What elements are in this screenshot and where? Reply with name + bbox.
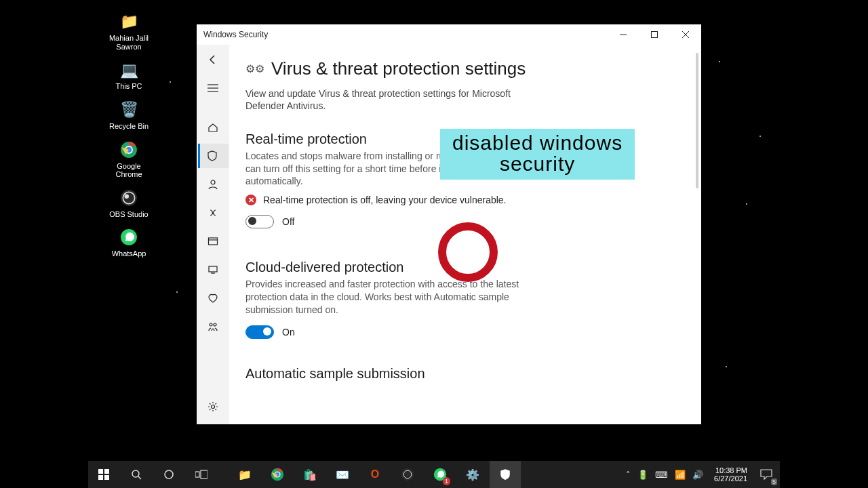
- nav-settings-icon[interactable]: [199, 394, 226, 419]
- svg-point-35: [401, 468, 414, 481]
- office-button[interactable]: O: [359, 461, 391, 488]
- svg-rect-23: [98, 469, 103, 474]
- desktop-icon-label: Google Chrome: [115, 162, 142, 179]
- cortana-button[interactable]: [153, 461, 184, 488]
- menu-button[interactable]: [199, 76, 226, 100]
- ms-store-button[interactable]: 🛍️: [294, 461, 326, 488]
- file-explorer-button[interactable]: 📁: [229, 461, 260, 488]
- svg-rect-30: [195, 472, 199, 477]
- folder-icon: 📁: [117, 9, 141, 34]
- desktop-icon-this-pc[interactable]: 💻 This PC: [98, 58, 159, 91]
- svg-rect-24: [104, 469, 109, 474]
- this-pc-icon: 💻: [117, 58, 141, 82]
- tray-wifi-icon[interactable]: 📶: [675, 470, 686, 480]
- chrome-taskbar-button[interactable]: [262, 461, 293, 488]
- settings-taskbar-button[interactable]: ⚙️: [457, 461, 488, 488]
- tray-volume-icon[interactable]: 🔊: [692, 470, 703, 480]
- desktop-icon-label: OBS Studio: [109, 210, 148, 219]
- svg-rect-26: [104, 475, 109, 480]
- svg-rect-18: [209, 266, 217, 272]
- whatsapp-icon: [117, 225, 141, 249]
- start-button[interactable]: [88, 461, 119, 488]
- page-description: View and update Virus & threat protectio…: [245, 87, 530, 113]
- realtime-warning-text: Real-time protection is off, leaving you…: [263, 195, 506, 205]
- desktop-icon-recycle-bin[interactable]: 🗑️ Recycle Bin: [98, 98, 159, 131]
- desktop-icon-label: WhatsApp: [112, 249, 146, 258]
- nav-sidebar: [197, 45, 229, 424]
- obs-icon: [117, 186, 141, 210]
- svg-point-5: [125, 194, 130, 199]
- nav-firewall-icon[interactable]: [199, 201, 226, 225]
- windows-security-taskbar-button[interactable]: [490, 461, 521, 488]
- desktop-icon-whatsapp[interactable]: WhatsApp: [98, 225, 159, 258]
- banner-line1: disabled windows: [452, 131, 623, 154]
- nav-app-browser-icon[interactable]: [199, 229, 226, 253]
- desktop-icon-label: This PC: [115, 82, 142, 91]
- nav-device-security-icon[interactable]: [199, 258, 226, 282]
- svg-point-20: [210, 323, 212, 326]
- desktop-icons: 📁 Mahian Jalil Sawron 💻 This PC 🗑️ Recyc…: [98, 9, 159, 258]
- maximize-button[interactable]: [639, 24, 670, 45]
- realtime-warning: ✕ Real-time protection is off, leaving y…: [245, 195, 685, 205]
- svg-point-14: [211, 180, 215, 184]
- svg-rect-25: [98, 475, 103, 480]
- clock-date: 6/27/2021: [714, 474, 747, 483]
- desktop-icon-google-chrome[interactable]: Google Chrome: [98, 138, 159, 179]
- svg-point-29: [165, 470, 173, 479]
- taskbar: 📁 🛍️ ✉️ O 1 ⚙️ ˄ 🔋 ⌨ 📶 🔊: [88, 461, 780, 488]
- svg-point-22: [212, 405, 215, 409]
- titlebar[interactable]: Windows Security: [197, 24, 701, 45]
- tray-battery-icon[interactable]: 🔋: [637, 470, 648, 480]
- svg-rect-31: [201, 470, 208, 479]
- content-area: ⚙⚙ Virus & threat protection settings Vi…: [229, 45, 701, 424]
- svg-point-27: [132, 470, 139, 477]
- cloud-description: Provides increased and faster protection…: [245, 278, 557, 316]
- autosample-heading: Automatic sample submission: [245, 366, 685, 382]
- desktop-icon-label: Recycle Bin: [109, 122, 149, 131]
- realtime-toggle-state: Off: [282, 216, 294, 227]
- nav-home-icon[interactable]: [199, 115, 226, 140]
- whatsapp-taskbar-button[interactable]: 1: [425, 461, 456, 488]
- recycle-bin-icon: 🗑️: [117, 98, 141, 122]
- cloud-toggle[interactable]: [245, 325, 274, 339]
- annotation-banner: disabled windows security: [440, 129, 635, 180]
- svg-rect-16: [209, 238, 218, 245]
- whatsapp-badge: 1: [443, 477, 450, 485]
- tray-keyboard-icon[interactable]: ⌨: [655, 470, 668, 480]
- close-button[interactable]: [670, 24, 701, 45]
- action-center-button[interactable]: 5: [753, 461, 780, 488]
- system-tray[interactable]: ˄ 🔋 ⌨ 📶 🔊: [626, 470, 709, 480]
- clock-time: 10:38 PM: [714, 466, 747, 474]
- svg-line-28: [138, 476, 141, 479]
- obs-taskbar-button[interactable]: [392, 461, 423, 488]
- desktop-icon-obs-studio[interactable]: OBS Studio: [98, 186, 159, 219]
- gears-icon: ⚙⚙: [245, 62, 264, 75]
- realtime-toggle[interactable]: [245, 215, 274, 228]
- nav-virus-threat-icon[interactable]: [198, 144, 229, 168]
- cloud-heading: Cloud-delivered protection: [245, 260, 685, 275]
- chrome-icon: [117, 138, 141, 162]
- svg-point-15: [212, 212, 214, 214]
- banner-line2: security: [452, 154, 623, 175]
- scrollbar[interactable]: [696, 53, 698, 188]
- desktop-icon-label: Mahian Jalil Sawron: [109, 34, 149, 51]
- minimize-button[interactable]: [608, 24, 639, 45]
- page-title: Virus & threat protection settings: [271, 58, 526, 79]
- nav-account-protection-icon[interactable]: [199, 172, 226, 197]
- svg-point-21: [214, 323, 216, 326]
- nav-device-performance-icon[interactable]: [199, 286, 226, 310]
- desktop-icon-user-folder[interactable]: 📁 Mahian Jalil Sawron: [98, 9, 159, 51]
- cloud-toggle-state: On: [282, 327, 295, 338]
- windows-security-window: Windows Security: [197, 24, 701, 424]
- window-title: Windows Security: [197, 30, 608, 39]
- task-view-button[interactable]: [186, 461, 217, 488]
- tray-chevron-icon[interactable]: ˄: [626, 470, 631, 480]
- mail-button[interactable]: ✉️: [327, 461, 358, 488]
- nav-family-options-icon[interactable]: [199, 314, 226, 339]
- back-button[interactable]: [199, 47, 226, 72]
- error-icon: ✕: [245, 195, 256, 205]
- notification-count: 5: [771, 479, 777, 485]
- taskbar-clock[interactable]: 10:38 PM 6/27/2021: [709, 466, 753, 483]
- search-button[interactable]: [121, 461, 152, 488]
- svg-rect-8: [652, 32, 658, 38]
